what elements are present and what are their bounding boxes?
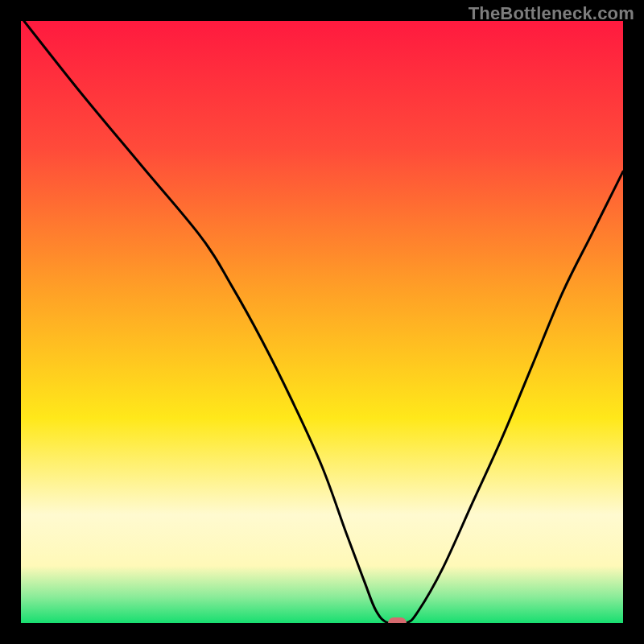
optimal-marker (388, 617, 407, 623)
plot-area (21, 21, 623, 623)
bottleneck-curve (21, 21, 623, 623)
watermark-text: TheBottleneck.com (469, 3, 634, 24)
chart-frame: TheBottleneck.com (0, 0, 644, 644)
